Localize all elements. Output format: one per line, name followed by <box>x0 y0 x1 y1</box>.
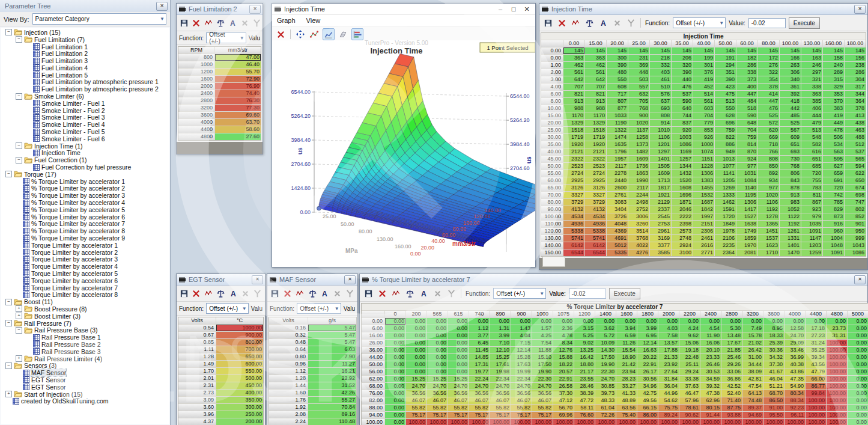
map-cell[interactable]: 4936 <box>585 221 606 227</box>
axis-bars-button[interactable] <box>351 28 363 40</box>
map-cell[interactable]: 0.00 <box>406 340 426 346</box>
map-cell[interactable]: 7.15 <box>511 340 532 346</box>
map-cell[interactable]: 25.46 <box>721 354 742 361</box>
map-cell[interactable]: 449 <box>823 120 844 126</box>
map-cell[interactable]: 23.33 <box>700 354 721 361</box>
map-cell[interactable]: 1609 <box>650 170 671 177</box>
tree-item[interactable]: +Boost Limiter (3) <box>1 313 169 320</box>
map-cell[interactable]: 18.22 <box>553 361 574 368</box>
map-cell[interactable]: 0.00 <box>679 318 700 325</box>
tree-item[interactable]: % Torque Limiter by accelerator 3 <box>1 192 169 199</box>
tree-item[interactable]: −Torque (17) <box>1 171 169 178</box>
map-cell[interactable]: 18.33 <box>763 332 784 339</box>
map-cell[interactable]: 0.00 <box>848 354 868 361</box>
map-cell[interactable]: 1147 <box>801 235 822 242</box>
map-cell[interactable]: 1052 <box>780 206 801 213</box>
map-cell[interactable]: 30.56 <box>637 376 658 382</box>
map-cell[interactable]: 518 <box>736 105 757 112</box>
map-cell[interactable]: 19.90 <box>595 361 616 368</box>
font-button[interactable]: A <box>418 288 429 299</box>
map-cell[interactable]: 38.09 <box>742 368 763 375</box>
map-cell[interactable]: 390 <box>715 76 736 83</box>
map-cell[interactable]: 3006 <box>628 213 649 220</box>
map-cell[interactable]: 2322 <box>563 156 584 162</box>
map-cell[interactable]: 485 <box>780 112 801 119</box>
map-cell[interactable]: 89.16 <box>308 411 356 418</box>
map-cell[interactable]: 4369 <box>607 228 628 234</box>
map-cell[interactable]: 1970 <box>736 242 757 249</box>
map-cell[interactable]: 16.63 <box>637 347 658 353</box>
trace-graph-button[interactable] <box>390 288 401 299</box>
map-cell[interactable]: 5.30 <box>721 325 742 332</box>
map-cell[interactable]: 717 <box>607 91 628 97</box>
map-cell[interactable]: 419 <box>693 76 714 83</box>
map-cell[interactable]: 68.70 <box>763 390 784 397</box>
map-cell[interactable]: 814 <box>736 141 757 148</box>
map-cell[interactable]: 145 <box>845 47 866 54</box>
map-cell[interactable]: 47.79 <box>806 368 826 375</box>
map-cell[interactable]: 166 <box>780 55 801 61</box>
map-cell[interactable]: 5012 <box>607 242 628 249</box>
map-cell[interactable]: 36.04 <box>658 383 679 390</box>
map-cell[interactable]: 1331 <box>780 235 801 242</box>
delete-button[interactable] <box>377 288 387 299</box>
map-cell[interactable]: 55.82 <box>532 405 553 411</box>
map-cell[interactable]: 0.00 <box>427 340 448 346</box>
map-cell[interactable]: 14.85 <box>469 354 490 361</box>
map-cell[interactable]: 1091 <box>801 228 822 234</box>
map-cell[interactable]: 977 <box>758 185 779 191</box>
map-cell[interactable]: 46.07 <box>448 397 469 404</box>
map-cell[interactable]: 418 <box>780 98 801 105</box>
map-cell[interactable]: 15.06 <box>679 340 700 346</box>
map-cell[interactable]: 36.56 <box>511 390 532 397</box>
map-cell[interactable]: 11.26 <box>616 340 637 346</box>
map-cell[interactable]: 0.00 <box>848 332 868 339</box>
tree-item[interactable]: Smoke Limiter - Fuel 2 <box>1 107 169 114</box>
map-cell[interactable]: 27.23 <box>806 332 826 339</box>
map-cell[interactable]: 561 <box>563 69 584 76</box>
map-cell[interactable]: 2151 <box>693 221 714 227</box>
map-cell[interactable]: 55.82 <box>427 405 448 411</box>
map-cell[interactable]: 0.00 <box>848 340 868 346</box>
map-cell[interactable]: 900 <box>628 112 649 119</box>
map-cell[interactable]: 2222 <box>672 213 693 220</box>
map-cell[interactable]: 0.00 <box>427 354 448 361</box>
map-cell[interactable]: 1077 <box>715 163 736 170</box>
map-cell[interactable]: 36.56 <box>427 390 448 397</box>
map-cell[interactable]: 22.91 <box>637 361 658 368</box>
map-cell[interactable]: 100.00 <box>827 390 847 397</box>
map-cell[interactable]: 332 <box>650 62 671 69</box>
tree-item[interactable]: Torque Limiter by accelerator 8 <box>1 291 169 298</box>
map-cell[interactable]: 2.36 <box>553 325 574 332</box>
map-cell[interactable]: 3726 <box>607 213 628 220</box>
map-cell[interactable]: 15.78 <box>742 332 763 339</box>
map-cell[interactable]: 1074 <box>693 148 714 155</box>
map-cell[interactable]: 263 <box>780 62 801 69</box>
expand-icon[interactable]: + <box>16 355 22 362</box>
collapse-icon[interactable]: − <box>16 157 22 164</box>
map-cell[interactable]: 80.15 <box>700 405 721 411</box>
map-cell[interactable]: 594 <box>845 163 866 170</box>
function-dropdown[interactable]: Offset (+/-) ▼ <box>297 303 341 314</box>
surface-plot[interactable]: TunerPro - Version 5.00Injection Time1 P… <box>272 40 535 267</box>
map-cell[interactable]: 30.85 <box>595 383 616 390</box>
map-cell[interactable]: 1957 <box>607 156 628 162</box>
map-cell[interactable]: 6142 <box>563 242 584 249</box>
map-cell[interactable]: 0.00 <box>848 347 868 353</box>
map-cell[interactable]: 2337 <box>650 206 671 213</box>
close-icon[interactable]: ✕ <box>344 275 356 284</box>
map-cell[interactable]: 0.00 <box>385 354 405 361</box>
map-cell[interactable]: 2278 <box>607 170 628 177</box>
map-cell[interactable]: 25.39 <box>763 340 784 346</box>
map-cell[interactable]: 2322 <box>585 156 606 162</box>
map-cell[interactable]: 3327 <box>563 192 584 198</box>
map-cell[interactable]: 0.00 <box>406 325 426 332</box>
map-cell[interactable]: 1713 <box>650 177 671 184</box>
map-cell[interactable]: 191 <box>715 55 736 61</box>
map-cell[interactable]: 5335 <box>607 249 628 256</box>
map-cell[interactable]: 400.00 <box>216 390 263 396</box>
map-cell[interactable]: 76.30 <box>215 97 261 104</box>
save-button[interactable] <box>180 288 189 299</box>
map-cell[interactable]: 10.09 <box>595 340 616 346</box>
map-cell[interactable]: 537 <box>672 91 693 97</box>
